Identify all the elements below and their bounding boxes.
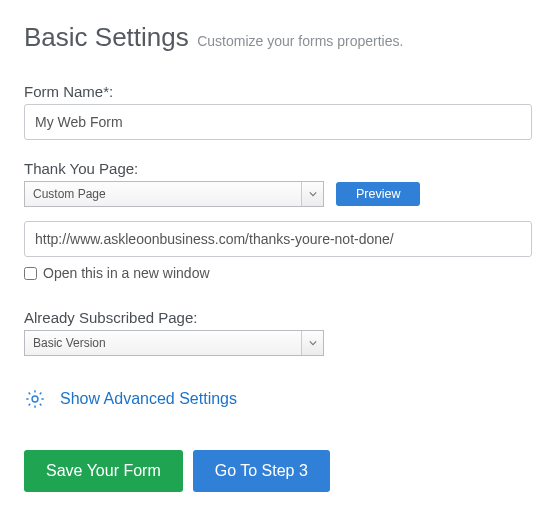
already-subscribed-select[interactable]: Basic Version bbox=[24, 330, 324, 356]
preview-button[interactable]: Preview bbox=[336, 182, 420, 206]
form-name-label: Form Name*: bbox=[24, 83, 532, 100]
already-subscribed-select-value: Basic Version bbox=[33, 336, 315, 350]
thank-you-select[interactable]: Custom Page bbox=[24, 181, 324, 207]
gear-icon bbox=[24, 388, 46, 410]
chevron-down-icon bbox=[301, 331, 323, 355]
thank-you-group: Thank You Page: Custom Page Preview Open… bbox=[24, 160, 532, 281]
svg-point-0 bbox=[32, 396, 38, 402]
advanced-settings-row: Show Advanced Settings bbox=[24, 388, 532, 410]
already-subscribed-label: Already Subscribed Page: bbox=[24, 309, 532, 326]
go-to-step-3-button[interactable]: Go To Step 3 bbox=[193, 450, 330, 492]
open-new-window-checkbox[interactable] bbox=[24, 267, 37, 280]
page-header: Basic Settings Customize your forms prop… bbox=[24, 22, 532, 53]
chevron-down-icon bbox=[301, 182, 323, 206]
thank-you-select-value: Custom Page bbox=[33, 187, 315, 201]
thank-you-url-input[interactable] bbox=[24, 221, 532, 257]
form-name-group: Form Name*: bbox=[24, 83, 532, 140]
show-advanced-settings-link[interactable]: Show Advanced Settings bbox=[60, 390, 237, 408]
already-subscribed-group: Already Subscribed Page: Basic Version bbox=[24, 309, 532, 356]
page-title: Basic Settings bbox=[24, 22, 189, 52]
open-new-window-label: Open this in a new window bbox=[43, 265, 210, 281]
form-name-input[interactable] bbox=[24, 104, 532, 140]
save-form-button[interactable]: Save Your Form bbox=[24, 450, 183, 492]
page-subtitle: Customize your forms properties. bbox=[197, 33, 403, 49]
thank-you-label: Thank You Page: bbox=[24, 160, 532, 177]
footer-buttons: Save Your Form Go To Step 3 bbox=[24, 450, 532, 492]
